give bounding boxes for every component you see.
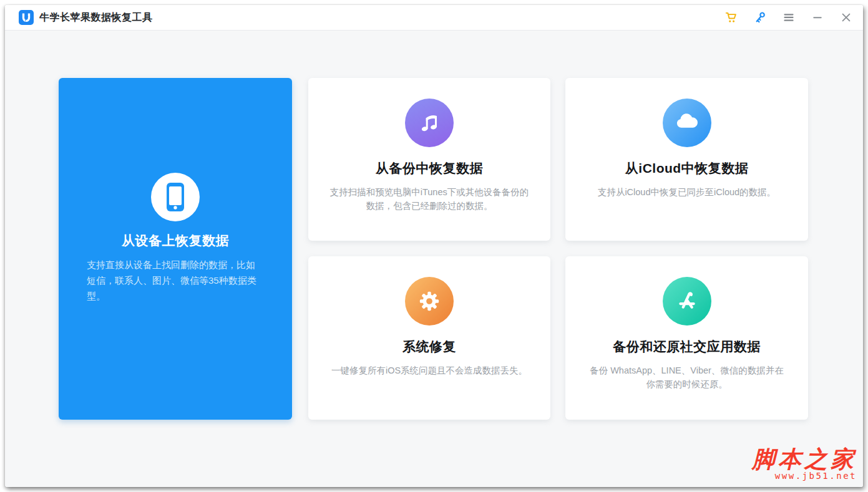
card-recover-from-device[interactable]: 从设备上恢复数据 支持直接从设备上找回删除的数据，比如短信，联系人、图片、微信等… <box>59 78 292 420</box>
card-social-app-backup[interactable]: 备份和还原社交应用数据 备份 WhatsApp、LINE、Viber、微信的数据… <box>565 256 808 420</box>
menu-icon[interactable] <box>782 11 796 24</box>
titlebar-actions <box>710 11 853 24</box>
card-title: 系统修复 <box>308 338 550 355</box>
close-icon[interactable] <box>839 11 853 24</box>
card-description: 支持从iCloud中恢复已同步至iCloud的数据。 <box>565 185 808 199</box>
card-title: 从iCloud中恢复数据 <box>565 160 808 177</box>
card-description: 一键修复所有iOS系统问题且不会造成数据丢失。 <box>308 364 550 377</box>
watermark-logo-text: 脚本之家 <box>752 448 857 470</box>
card-title: 从备份中恢复数据 <box>308 160 550 177</box>
minimize-icon[interactable] <box>811 11 824 24</box>
card-title: 备份和还原社交应用数据 <box>565 338 808 355</box>
card-description: 备份 WhatsApp、LINE、Viber、微信的数据并在你需要的时候还原。 <box>565 364 808 391</box>
gear-icon <box>405 277 454 326</box>
app-window: 牛学长苹果数据恢复工具 <box>5 5 863 487</box>
card-description: 支持直接从设备上找回删除的数据，比如短信，联系人、图片、微信等35种数据类型。 <box>59 257 292 304</box>
watermark: 脚本之家 www.jb51.net <box>752 448 857 481</box>
music-note-icon <box>405 99 454 147</box>
cart-icon[interactable] <box>724 11 738 24</box>
appstore-icon <box>663 277 711 326</box>
cloud-icon <box>663 99 711 147</box>
phone-icon <box>151 173 200 221</box>
app-title: 牛学长苹果数据恢复工具 <box>39 11 153 24</box>
key-icon[interactable] <box>753 11 767 24</box>
titlebar: 牛学长苹果数据恢复工具 <box>5 5 863 31</box>
app-logo-icon <box>19 10 34 25</box>
card-recover-from-icloud[interactable]: 从iCloud中恢复数据 支持从iCloud中恢复已同步至iCloud的数据。 <box>565 78 808 241</box>
card-title: 从设备上恢复数据 <box>59 232 292 249</box>
watermark-url: www.jb51.net <box>752 471 857 481</box>
card-recover-from-backup[interactable]: 从备份中恢复数据 支持扫描和预览电脑中iTunes下或其他设备备份的数据，包含已… <box>308 78 550 241</box>
card-system-repair[interactable]: 系统修复 一键修复所有iOS系统问题且不会造成数据丢失。 <box>308 256 550 420</box>
card-description: 支持扫描和预览电脑中iTunes下或其他设备备份的数据，包含已经删除过的数据。 <box>308 185 550 213</box>
